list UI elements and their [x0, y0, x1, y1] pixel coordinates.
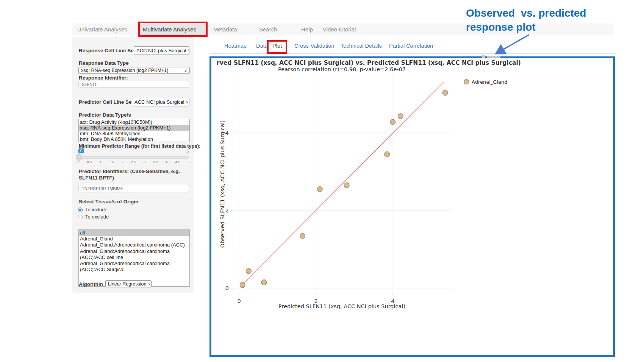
- predictor-data-types-label: Predictor Data Type/s: [79, 112, 131, 118]
- listbox-option[interactable]: Adrenal_Gland: [79, 236, 189, 242]
- slider-tick: 4: [163, 160, 170, 164]
- annotation-arrow-icon: [489, 32, 534, 58]
- predictor-identifiers-input[interactable]: TNFRSF10D TMBIM6: [78, 185, 189, 192]
- predictor-cell-line-set-value: ACC NCI plus Surgical: [134, 99, 184, 105]
- chevron-down-icon: ∨: [186, 48, 190, 53]
- radio-to-exclude[interactable]: To exclude: [78, 214, 109, 220]
- nav-item-metadata[interactable]: Metadata: [213, 26, 237, 33]
- svg-text:Pearson correlation (r)=0.98,: Pearson correlation (r)=0.98, p-value=2.…: [278, 66, 406, 72]
- slider-tick: 0: [75, 160, 82, 164]
- chevron-down-icon: ∨: [184, 100, 189, 105]
- slider-value-badge: 0: [78, 148, 84, 153]
- tab-heatmap[interactable]: Heatmap: [224, 43, 247, 49]
- annotation-line2: response plot: [466, 21, 536, 33]
- nav-item-search[interactable]: Search: [259, 26, 277, 33]
- listbox-option[interactable]: act: Drug Activity (-log10[IC50M]): [79, 119, 189, 125]
- algorithm-label: Algorithm: [79, 281, 103, 287]
- listbox-option[interactable]: Adrenal_Gland:Adrenocortical carcinoma (…: [79, 242, 189, 248]
- svg-text:Observed SLFN11 (xsq, ACC NCI: Observed SLFN11 (xsq, ACC NCI plus Surgi…: [219, 120, 225, 248]
- svg-text:0: 0: [237, 298, 241, 304]
- app-window: Univariate Analyses Multivariate Analyse…: [0, 0, 644, 362]
- listbox-option[interactable]: Adrenal_Gland:Adrenocortical carcinoma (…: [79, 261, 189, 273]
- min-predictor-range-slider[interactable]: 0 5 0 0.5 1 1.5 2 2.5 3 3.5 4 4.5 5: [78, 148, 189, 165]
- min-predictor-range-label: Minimum Predictor Range (for first liste…: [79, 143, 200, 149]
- algorithm-select[interactable]: Linear Regression ∨: [105, 280, 152, 287]
- nav-item-help[interactable]: Help: [301, 26, 313, 33]
- nav-item-video-tutorial[interactable]: Video tutorial: [323, 26, 356, 33]
- slider-tick: 3: [141, 160, 148, 164]
- chevron-down-icon: ∨: [183, 68, 187, 73]
- algorithm-value: Linear Regression: [108, 281, 146, 287]
- red-highlight-box-nav: [138, 22, 208, 37]
- radio-selected-icon[interactable]: [78, 208, 83, 212]
- response-identifier-label: Response Identifier:: [79, 75, 128, 81]
- svg-text:rved SLFN11 (xsq, ACC NCI plus: rved SLFN11 (xsq, ACC NCI plus Surgical)…: [217, 59, 521, 66]
- svg-text:4: 4: [225, 130, 229, 136]
- response-data-type-select[interactable]: xsq: RNA-seq Expression (log2 FPKM+1) ∨: [78, 67, 190, 74]
- slider-max-label: 5: [186, 149, 189, 153]
- radio-to-include-label: To include: [85, 207, 108, 212]
- predictor-cell-line-set-select[interactable]: ACC NCI plus Surgical ∨: [132, 98, 189, 106]
- slider-tick: 0.5: [86, 160, 93, 164]
- radio-unselected-icon[interactable]: [78, 215, 83, 219]
- predictor-data-types-listbox: act: Drug Activity (-log10[IC50M]) xsq: …: [78, 119, 190, 142]
- svg-text:0: 0: [225, 285, 229, 291]
- listbox-option-selected[interactable]: all: [79, 230, 189, 236]
- radio-to-exclude-label: To exclude: [85, 214, 109, 220]
- nav-item-univariate-analyses[interactable]: Univariate Analyses: [77, 26, 127, 33]
- slider-tick: 4.5: [174, 160, 181, 164]
- predictor-identifiers-label: Predictor Identifiers: (Case-Sensitive, …: [79, 168, 189, 181]
- svg-text:Predicted SLFN11 (xsq, ACC NCI: Predicted SLFN11 (xsq, ACC NCI plus Surg…: [278, 303, 405, 309]
- tissue-origin-listbox: all Adrenal_Gland Adrenal_Gland:Adrenoco…: [78, 229, 190, 287]
- chevron-down-icon: ∨: [146, 281, 151, 286]
- tab-data[interactable]: Data: [256, 43, 268, 49]
- scrollbar-dot[interactable]: [482, 55, 485, 58]
- annotation-line1: Observed vs. predicted: [466, 7, 586, 19]
- listbox-option[interactable]: Adrenal_Gland:Adrenocortical carcinoma (…: [79, 248, 189, 261]
- predictor-cell-line-set-label: Predictor Cell Line Set: [79, 99, 133, 105]
- tissue-origin-label: Select Tissue/s of Origin: [79, 199, 138, 204]
- response-data-type-value: xsq: RNA-seq Expression (log2 FPKM+1): [81, 68, 168, 73]
- response-cell-line-set-label: Response Cell Line Set: [79, 48, 135, 53]
- radio-to-include[interactable]: To include: [78, 207, 108, 212]
- listbox-option[interactable]: mth: DNA 850K Methylation: [79, 131, 189, 136]
- annotation-text: Observed vs. predictedresponse plot: [466, 6, 586, 34]
- svg-text:Adrenal_Gland: Adrenal_Gland: [472, 79, 507, 85]
- tab-cross-validation[interactable]: Cross-Validation: [294, 43, 334, 49]
- response-data-type-label: Response Data Type: [79, 60, 129, 66]
- response-cell-line-set-value: ACC NCI plus Surgical: [136, 48, 186, 53]
- slider-tick-labels: 0 0.5 1 1.5 2 2.5 3 3.5 4 4.5 5: [78, 160, 189, 164]
- slider-tick: 1: [97, 160, 104, 164]
- response-identifier-input[interactable]: SLFN11: [78, 81, 189, 88]
- tab-partial-correlation[interactable]: Partial Correlation: [389, 43, 433, 49]
- svg-text:2: 2: [225, 208, 229, 214]
- scatter-plot[interactable]: 024024rved SLFN11 (xsq, ACC NCI plus Sur…: [211, 58, 613, 355]
- slider-tick: 1.5: [108, 160, 115, 164]
- slider-tick: 3.5: [152, 160, 159, 164]
- slider-track[interactable]: [78, 156, 189, 159]
- listbox-option-selected[interactable]: xsq: RNA-seq Expression (log2 FPKM+1): [79, 125, 189, 131]
- slider-tick: 5: [185, 160, 192, 164]
- slider-tick: 2: [119, 160, 126, 164]
- red-highlight-box-plot-tab: [267, 40, 287, 54]
- slider-tick: 2.5: [130, 160, 137, 164]
- response-cell-line-set-select[interactable]: ACC NCI plus Surgical ∨: [134, 46, 189, 55]
- tab-technical-details[interactable]: Technical Details: [341, 43, 382, 49]
- listbox-option[interactable]: bmt: Body DNA 850K Methylation: [79, 136, 189, 142]
